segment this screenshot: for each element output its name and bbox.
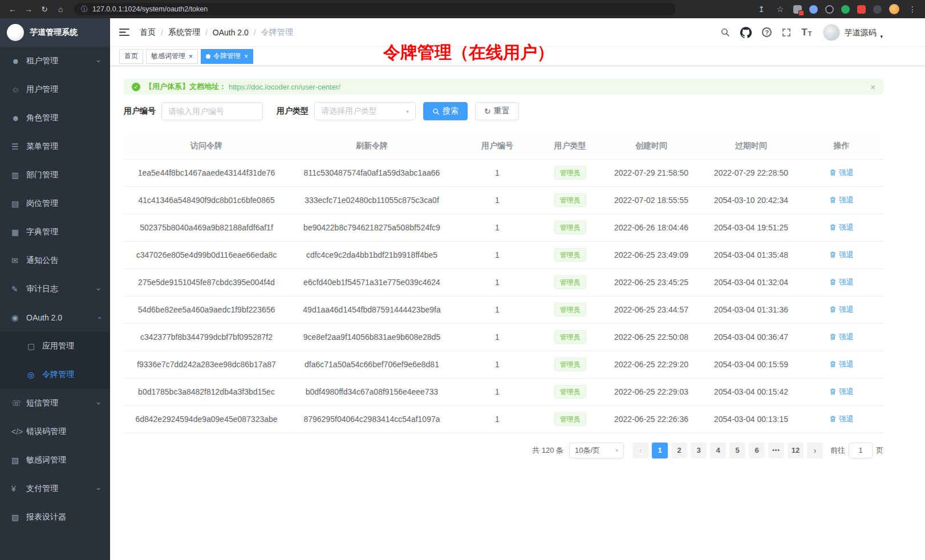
force-logout-button[interactable]: 强退 (829, 168, 854, 178)
force-logout-button[interactable]: 强退 (829, 250, 854, 260)
expire-time-cell: 2054-03-04 00:36:47 (703, 323, 800, 351)
sms-icon: ☏ (11, 399, 26, 408)
extension-puzzle-icon[interactable] (793, 5, 802, 14)
user-id-cell: 1 (455, 323, 540, 351)
prev-page-button[interactable]: ‹ (632, 443, 648, 458)
github-icon[interactable] (740, 27, 752, 38)
bookmark-star-icon[interactable]: ☆ (774, 5, 786, 14)
force-logout-icon (829, 360, 837, 368)
breadcrumb-item-oauth[interactable]: OAuth 2.0 (213, 28, 249, 37)
sidebar-item-errcode[interactable]: </>错误码管理 (0, 417, 110, 446)
actions-cell: 强退 (800, 214, 883, 241)
sidebar-item-app[interactable]: ▢应用管理 (0, 332, 110, 360)
force-logout-button[interactable]: 强退 (829, 195, 854, 205)
page-button-5[interactable]: 5 (729, 443, 745, 458)
breadcrumb-item-home[interactable]: 首页 (140, 27, 156, 38)
tab-令牌管理[interactable]: 令牌管理× (201, 49, 253, 64)
force-logout-button[interactable]: 强退 (829, 332, 854, 342)
reload-icon[interactable]: ↻ (39, 5, 50, 14)
sidebar-item-pay[interactable]: ¥支付管理› (0, 474, 110, 503)
search-icon (432, 108, 440, 115)
next-page-button[interactable]: › (807, 443, 823, 458)
alert-text: 【用户体系】文档地址： (145, 82, 226, 92)
tab-敏感词管理[interactable]: 敏感词管理× (146, 49, 198, 64)
extension-icon[interactable] (873, 5, 882, 14)
breadcrumb-item-system[interactable]: 系统管理 (168, 27, 200, 38)
sidebar-item-role[interactable]: ☻角色管理 (0, 104, 110, 132)
pager-ellipsis[interactable]: ••• (768, 443, 784, 458)
user-type-cell: 管理员 (540, 159, 600, 186)
table-row: 275e5de9151045fe87cbdc395e004f4de6cfd40e… (124, 269, 883, 296)
sidebar-item-tenant[interactable]: ☻租户管理› (0, 47, 110, 75)
sidebar-item-dict[interactable]: ▦字典管理 (0, 218, 110, 246)
page-size-select[interactable]: 10条/页 ▾ (569, 443, 624, 458)
address-bar[interactable]: ⓘ 127.0.0.1:1024/system/oauth2/token (74, 3, 676, 15)
sidebar-item-report[interactable]: ▨报表设计器 (0, 503, 110, 531)
doc-link[interactable]: https://doc.iocoder.cn/user-center/ (229, 83, 340, 91)
reset-button-label: 重置 (494, 106, 510, 116)
share-icon[interactable]: ↥ (756, 5, 767, 14)
search-button[interactable]: 搜索 (423, 102, 468, 120)
back-icon[interactable]: ← (7, 5, 18, 14)
force-logout-button[interactable]: 强退 (829, 387, 854, 397)
user-id-cell: 1 (455, 378, 540, 405)
user-id-input[interactable] (161, 102, 263, 120)
extension-icon[interactable] (841, 5, 850, 14)
sidebar-item-menu[interactable]: ☰菜单管理 (0, 132, 110, 161)
sidebar-item-audit[interactable]: ✎审计日志› (0, 275, 110, 303)
force-logout-button[interactable]: 强退 (829, 414, 854, 424)
close-icon[interactable]: × (244, 53, 248, 60)
page-button-1[interactable]: 1 (652, 443, 668, 458)
page-button-3[interactable]: 3 (691, 443, 707, 458)
user-profile[interactable]: 芋道源码 ▾ (823, 24, 883, 41)
tab-label: 首页 (124, 51, 138, 61)
hamburger-icon[interactable] (119, 28, 129, 36)
pager-pages: 123456•••12 (650, 443, 805, 458)
browser-chrome: ← → ↻ ⌂ ⓘ 127.0.0.1:1024/system/oauth2/t… (0, 0, 925, 18)
created-time-cell: 2022-07-02 18:55:55 (600, 186, 703, 214)
forward-icon[interactable]: → (23, 5, 34, 14)
fullscreen-icon[interactable] (782, 28, 791, 37)
goto-page-input[interactable] (849, 443, 873, 458)
extension-icon[interactable] (857, 5, 866, 14)
sidebar-item-notice[interactable]: ✉通知公告 (0, 246, 110, 275)
extension-icon[interactable] (809, 5, 818, 14)
user-type-select[interactable]: 请选择用户类型 ▾ (314, 102, 416, 120)
sidebar-item-token[interactable]: ◎令牌管理 (0, 360, 110, 389)
force-logout-button[interactable]: 强退 (829, 305, 854, 315)
sidebar-item-user[interactable]: ☺用户管理 (0, 75, 110, 104)
sidebar-item-sms[interactable]: ☏短信管理› (0, 389, 110, 417)
page-button-6[interactable]: 6 (749, 443, 765, 458)
help-icon[interactable]: ? (762, 27, 772, 37)
user-type-cell: 管理员 (540, 241, 600, 269)
page-button-4[interactable]: 4 (710, 443, 726, 458)
force-logout-button[interactable]: 强退 (829, 277, 854, 287)
alert-close-icon[interactable]: × (870, 82, 875, 92)
tab-首页[interactable]: 首页 (119, 49, 143, 64)
browser-menu-icon[interactable]: ⋮ (907, 5, 918, 14)
sidebar-item-sensitive[interactable]: ▧敏感词管理 (0, 446, 110, 474)
sidebar-item-oauth[interactable]: ◉OAuth 2.0› (0, 303, 110, 332)
page-button-2[interactable]: 2 (671, 443, 687, 458)
extension-icon[interactable] (825, 5, 834, 14)
font-size-icon[interactable] (801, 27, 812, 37)
chevron-down-icon: › (94, 402, 103, 404)
info-icon[interactable]: ⓘ (81, 5, 88, 14)
search-icon[interactable] (720, 27, 730, 37)
close-icon[interactable]: × (189, 53, 193, 60)
breadcrumb-separator: / (205, 28, 208, 37)
sidebar-item-dept[interactable]: ▥部门管理 (0, 161, 110, 189)
force-logout-button[interactable]: 强退 (829, 359, 854, 370)
search-button-label: 搜索 (443, 106, 459, 116)
home-icon[interactable]: ⌂ (55, 5, 66, 14)
user-id-cell: 1 (455, 214, 540, 241)
page-button-12[interactable]: 12 (788, 443, 804, 458)
browser-profile-avatar[interactable] (889, 4, 899, 14)
sidebar-item-post[interactable]: ▤岗位管理 (0, 189, 110, 218)
sidebar-item-label: 角色管理 (26, 113, 104, 123)
force-logout-button[interactable]: 强退 (829, 222, 854, 233)
sidebar-item-label: 令牌管理 (42, 370, 104, 380)
reset-button[interactable]: ↻ 重置 (475, 102, 519, 120)
user-type-badge: 管理员 (554, 385, 586, 399)
refresh-icon: ↻ (484, 107, 491, 116)
